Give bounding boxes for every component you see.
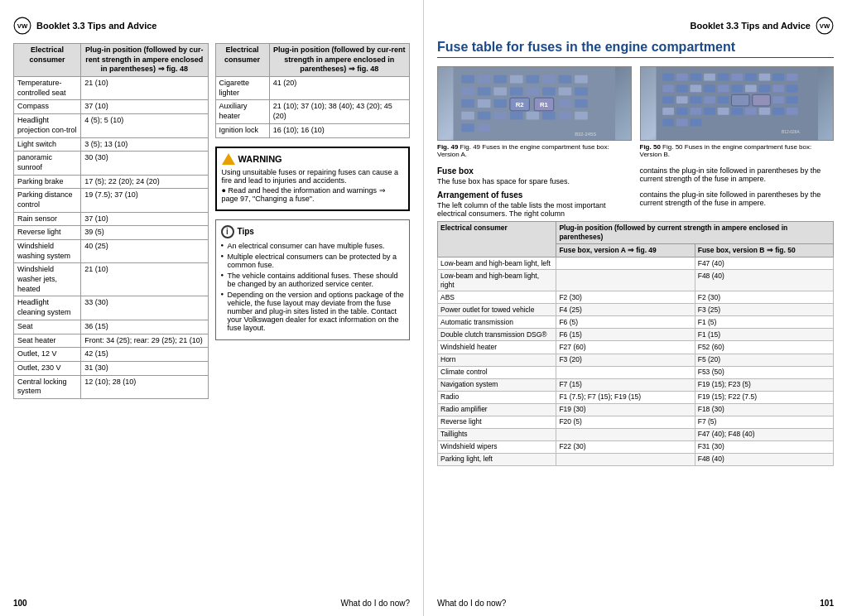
fuse-table-cell: ABS xyxy=(438,291,556,304)
fuse-table-cell: Navigation system xyxy=(438,378,556,391)
svg-rect-58 xyxy=(745,85,757,93)
table-cell: Outlet, 12 V xyxy=(14,348,81,362)
svg-rect-80 xyxy=(786,108,797,115)
table-cell: 31 (30) xyxy=(81,361,208,375)
table-cell: Windshield washer jets, heated xyxy=(14,263,81,296)
svg-rect-60 xyxy=(772,85,784,93)
arrangement-text-right: contains the plug-in site followed in pa… xyxy=(640,190,835,207)
table-cell: Parking distance control xyxy=(14,189,81,212)
fuse-table-cell: F48 (40) xyxy=(695,270,833,291)
table-cell: 37 (10) xyxy=(81,212,208,226)
right-footer-text: What do I do now? xyxy=(437,599,506,608)
left-page-header: VW Booklet 3.3 Tips and Advice xyxy=(13,17,410,35)
svg-rect-64 xyxy=(690,96,701,103)
fuse-table-cell xyxy=(556,428,695,440)
fusebox-info: Fuse box The fuse box has space for spar… xyxy=(437,166,632,185)
svg-text:B12-026A: B12-026A xyxy=(782,130,800,134)
fuse-table-cell: F48 (40) xyxy=(695,453,833,465)
fuse-table-cell: Windshield wipers xyxy=(438,440,556,453)
fuse-table-cell: Radio xyxy=(438,391,556,403)
svg-text:R2: R2 xyxy=(516,101,525,108)
table-cell: Ignition lock xyxy=(215,123,269,137)
section-title: Fuse table for fuses in the engine compa… xyxy=(437,40,834,58)
right-page: Booklet 3.3 Tips and Advice VW Fuse tabl… xyxy=(424,0,847,616)
svg-rect-49 xyxy=(758,74,770,81)
table-cell: 19 (7.5); 37 (10) xyxy=(81,189,208,212)
fuse-table-cell: F19 (15); F22 (7.5) xyxy=(695,391,833,403)
svg-rect-53 xyxy=(676,85,687,93)
svg-rect-16 xyxy=(510,87,523,95)
fuse-table-cell: F7 (5) xyxy=(695,416,833,428)
fuse-table-cell: F47 (40) xyxy=(695,257,833,270)
col2-header-consumer: Electrical consumer xyxy=(215,44,269,77)
table-cell: Rain sensor xyxy=(14,212,81,226)
fusebox-text: The fuse box has space for spare fuses. xyxy=(437,177,632,185)
svg-rect-59 xyxy=(758,85,770,93)
svg-rect-55 xyxy=(704,85,715,93)
svg-rect-54 xyxy=(690,85,701,93)
svg-rect-19 xyxy=(559,87,572,95)
warning-line: ● Read and heed the information and warn… xyxy=(222,186,404,203)
fuse-table-cell: Automatic transmission xyxy=(438,316,556,329)
svg-rect-44 xyxy=(690,74,701,81)
col2-header-plugin: Plug-in position (followed by cur-rent s… xyxy=(269,44,409,77)
svg-rect-73 xyxy=(690,108,701,115)
svg-rect-38 xyxy=(461,123,474,132)
svg-rect-23 xyxy=(493,99,507,108)
table-cell: Front: 34 (25); rear: 29 (25); 21 (10) xyxy=(81,334,208,348)
table-cell: 12 (10); 28 (10) xyxy=(81,375,208,398)
svg-rect-29 xyxy=(575,99,588,108)
fuse-diagram-b: B12-026A xyxy=(640,66,835,141)
svg-rect-14 xyxy=(478,87,491,95)
fuse-col-plugin: Plug-in position (followed by current st… xyxy=(556,222,834,244)
svg-rect-68 xyxy=(752,94,770,106)
fuse-table-cell: F1 (5) xyxy=(695,316,833,329)
arrangement-text-left: The left column of the table lists the m… xyxy=(437,201,632,218)
fig49-caption: Fig. 49 Fig. 49 Fuses in the engine comp… xyxy=(437,143,632,158)
warning-box: WARNING Using unsuitable fuses or repair… xyxy=(215,147,411,211)
svg-rect-43 xyxy=(676,74,687,81)
warning-label: WARNING xyxy=(238,154,282,164)
svg-rect-72 xyxy=(676,108,687,115)
table-cell: Reverse light xyxy=(14,226,81,240)
fusebox-title: Fuse box xyxy=(437,166,632,176)
svg-rect-62 xyxy=(662,96,674,103)
svg-text:VW: VW xyxy=(17,22,28,30)
tip-item: The vehicle contains additional fuses. T… xyxy=(221,272,405,288)
fuse-col-ver-b: Fuse box, version B ⇒ fig. 50 xyxy=(695,244,833,257)
table-cell: Seat heater xyxy=(14,334,81,348)
table-cell: 39 (5) xyxy=(81,226,208,240)
right-header-title: Booklet 3.3 Tips and Advice xyxy=(691,21,811,31)
left-col: Electrical consumer Plug-in position (fo… xyxy=(13,43,209,407)
fuse-table-cell: F1 (15) xyxy=(695,329,833,341)
warning-line: Using unsuitable fuses or repairing fuse… xyxy=(222,168,404,185)
svg-rect-47 xyxy=(731,74,743,81)
table-cell: Windshield washing system xyxy=(14,240,81,263)
fuse-table-cell: Taillights xyxy=(438,428,556,440)
tip-item: Depending on the version and options pac… xyxy=(221,291,405,332)
warning-title: WARNING xyxy=(222,153,404,165)
fuse-table-cell: Reverse light xyxy=(438,416,556,428)
fuse-table-cell: F20 (5) xyxy=(556,416,695,428)
svg-rect-22 xyxy=(478,99,491,108)
svg-rect-61 xyxy=(786,85,797,93)
table-cell: Seat xyxy=(14,320,81,334)
svg-rect-31 xyxy=(478,112,491,120)
svg-rect-70 xyxy=(786,96,797,103)
svg-rect-51 xyxy=(786,74,797,81)
table-cell: 42 (15) xyxy=(81,348,208,362)
fuse-table-cell: F6 (5) xyxy=(556,316,695,329)
svg-rect-52 xyxy=(662,85,674,93)
vw-logo-right: VW xyxy=(816,17,834,35)
table-cell: 30 (30) xyxy=(81,152,208,175)
info-icon: i xyxy=(221,225,234,238)
svg-rect-21 xyxy=(461,99,474,108)
fuse-table-cell: F6 (15) xyxy=(556,329,695,341)
info-section: Fuse box The fuse box has space for spar… xyxy=(437,166,834,185)
right-fuse-table: Electrical consumer Plug-in position (fo… xyxy=(437,221,834,466)
table-cell: 4 (5); 5 (10) xyxy=(81,114,208,137)
svg-rect-30 xyxy=(461,112,474,120)
fuse-diagram-a: R2 R1 xyxy=(437,66,632,141)
table-cell: Headlight projection con-trol xyxy=(14,114,81,137)
fuse-table-cell: Radio amplifier xyxy=(438,403,556,416)
